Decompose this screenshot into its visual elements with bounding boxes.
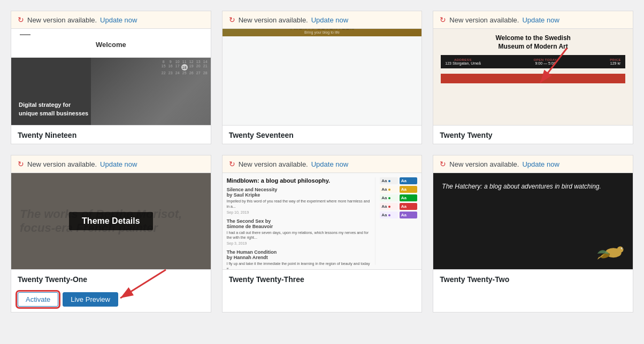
- theme-card-twenty-twenty: ↻ New version available. Update now Welc…: [433, 11, 633, 144]
- theme-name-bar-seventeen: Twenty Seventeen: [223, 125, 422, 144]
- theme-details-overlay: Theme Details: [11, 173, 211, 269]
- twenty-info-bar: ADDRESS 123 Storgatan, Umeå OPEN TODAY 9…: [441, 55, 625, 68]
- aa-block-7: Aa: [380, 203, 398, 210]
- twenty-address-value: 123 Storgatan, Umeå: [445, 61, 481, 65]
- theme-name-twentyone: Twenty Twenty-One: [18, 275, 87, 284]
- update-banner-twenty: ↻ New version available. Update now: [433, 11, 633, 29]
- article-2-date: Sep 3, 2019: [227, 241, 371, 245]
- article-3-title: The Human Conditionby Hannah Arendt: [227, 249, 371, 260]
- article-3-text: I fly up and take it the immediate the p…: [227, 261, 371, 269]
- aa-block-5: Aa: [380, 194, 398, 201]
- svg-point-5: [617, 246, 623, 253]
- seventeen-subtitle: Bring your blog to life: [223, 30, 422, 34]
- twenty-open-value: 9:00 — 5:00: [534, 61, 557, 65]
- aa-block-8: Aa: [400, 203, 418, 210]
- update-text-twentythree: New version available.: [239, 160, 308, 168]
- update-link-twentytwo[interactable]: Update now: [522, 160, 559, 168]
- theme-name-bar-twenty: Twenty Twenty: [433, 125, 633, 144]
- article-1-title: Silence and Necessityby Saul Kripke: [227, 187, 371, 198]
- update-text-twentytwo: New version available.: [449, 160, 519, 168]
- aa-block-1: Aa: [380, 177, 398, 184]
- update-icon-twentytwo: ↻: [440, 160, 446, 168]
- aa-block-10: Aa: [400, 212, 418, 218]
- aa-block-4: Aa: [400, 186, 418, 193]
- nineteen-tagline: Digital strategy for unique small busine…: [19, 101, 88, 118]
- twenty-red-bar: [441, 74, 625, 83]
- update-text-seventeen: New version available.: [239, 16, 308, 24]
- update-banner-twentythree: ↻ New version available. Update now: [223, 155, 422, 173]
- twenty-title: Welcome to the Swedish Museum of Modern …: [441, 34, 625, 51]
- bird-illustration: [595, 237, 627, 264]
- update-text-twentyone: New version available.: [27, 160, 97, 168]
- theme-card-twenty-seventeen: ↻ New version available. Update now: [222, 11, 423, 144]
- update-link-twenty[interactable]: Update now: [522, 16, 559, 24]
- screenshot-twenty: Welcome to the Swedish Museum of Modern …: [433, 29, 633, 125]
- twentytwo-text: The Hatchery: a blog about adventures in…: [442, 182, 624, 191]
- screenshot-nineteen: Welcome 8910111213 1415161718 1920212223…: [11, 29, 211, 125]
- update-banner-twentyone: ↻ New version available. Update now: [11, 155, 211, 173]
- seventeen-title: TWENTY SEVENTEEN: [223, 29, 422, 30]
- article-2-text: I had a call out there seven days, upon …: [227, 230, 371, 241]
- screenshot-twentythree: Mindblown: a blog about philosophy. Sile…: [223, 173, 422, 269]
- theme-name-seventeen: Twenty Seventeen: [229, 131, 294, 139]
- theme-name-bar-twentythree: Twenty Twenty-Three: [223, 269, 422, 288]
- theme-name-bar-nineteen: Twenty Nineteen: [11, 125, 211, 144]
- update-text-twenty: New version available.: [449, 16, 519, 24]
- update-link-nineteen[interactable]: Update now: [100, 16, 137, 24]
- screenshot-twentytwo: The Hatchery: a blog about adventures in…: [433, 173, 633, 269]
- twenty-price-value: 129 kr: [610, 61, 621, 65]
- update-icon-seventeen: ↻: [229, 15, 235, 24]
- update-link-seventeen[interactable]: Update now: [311, 16, 348, 24]
- activate-button[interactable]: Activate: [18, 292, 58, 307]
- aa-block-3: Aa: [380, 186, 398, 193]
- aa-block-9: Aa: [380, 212, 398, 218]
- live-preview-button[interactable]: Live Preview: [63, 292, 118, 307]
- nineteen-calendar: 8910111213 1415161718 192021222324 25262…: [160, 60, 209, 75]
- update-banner-twentytwo: ↻ New version available. Update now: [433, 155, 633, 173]
- theme-card-twenty-twenty-one: ↻ New version available. Update now The …: [11, 155, 211, 312]
- twentythree-heading: Mindblown: a blog about philosophy.: [227, 177, 371, 184]
- update-icon-twentyone: ↻: [18, 160, 24, 168]
- theme-name-bar-twentyone: Twenty Twenty-One: [11, 269, 211, 288]
- update-icon-nineteen: ↻: [18, 15, 24, 24]
- update-banner-seventeen: ↻ New version available. Update now: [223, 11, 422, 29]
- update-icon-twenty: ↻: [440, 15, 446, 24]
- theme-name-nineteen: Twenty Nineteen: [18, 131, 76, 139]
- theme-card-twenty-twenty-two: ↻ New version available. Update now The …: [433, 155, 633, 312]
- screenshot-seventeen: TWENTY SEVENTEEN Bring your blog to life: [223, 29, 422, 125]
- update-banner-nineteen: ↻ New version available. Update now: [11, 11, 211, 29]
- aa-block-2: Aa: [400, 177, 418, 184]
- theme-details-badge: Theme Details: [69, 212, 152, 230]
- theme-name-twentytwo: Twenty Twenty-Two: [440, 275, 509, 284]
- theme-name-twentythree: Twenty Twenty-Three: [229, 275, 304, 284]
- update-link-twentyone[interactable]: Update now: [100, 160, 137, 168]
- article-1-date: Sep 10, 2019: [227, 210, 371, 214]
- theme-name-twenty: Twenty Twenty: [440, 131, 492, 139]
- update-link-twentythree[interactable]: Update now: [311, 160, 348, 168]
- update-text-nineteen: New version available.: [27, 16, 97, 24]
- aa-blocks: Aa Aa Aa Aa Aa Aa Aa Aa Aa Aa: [380, 177, 417, 265]
- nineteen-welcome-text: Welcome: [20, 37, 202, 52]
- article-2-title: The Second Sex bySimone de Beauvoir: [227, 218, 371, 229]
- article-1-text: Impelled by this word of you read the wa…: [227, 199, 371, 209]
- aa-block-6: Aa: [400, 194, 418, 201]
- theme-card-twenty-nineteen: ↻ New version available. Update now Welc…: [11, 11, 211, 144]
- theme-card-twenty-twenty-three: ↻ New version available. Update now Mind…: [222, 155, 423, 312]
- themes-grid: ↻ New version available. Update now Welc…: [0, 0, 644, 323]
- theme-name-bar-twentytwo: Twenty Twenty-Two: [433, 269, 633, 288]
- theme-actions-twentyone: Activate Live Preview: [11, 288, 211, 312]
- update-icon-twentythree: ↻: [229, 160, 235, 168]
- screenshot-twentyone: The works of Berthe Morisot, focus-era F…: [11, 173, 211, 269]
- svg-point-8: [622, 248, 623, 249]
